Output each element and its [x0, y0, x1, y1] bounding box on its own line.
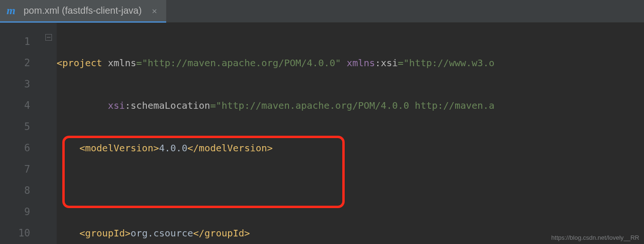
code-line[interactable]: <project xmlns="http://maven.apache.org/… — [57, 52, 644, 74]
line-number: 8 — [0, 180, 43, 201]
line-number: 2 — [0, 52, 43, 74]
line-number: 4 — [0, 95, 43, 116]
line-number: 1 — [0, 31, 43, 52]
active-tab[interactable]: m pom.xml (fastdfs-client-java) ✕ — [0, 0, 166, 23]
code-area[interactable]: <project xmlns="http://maven.apache.org/… — [57, 23, 644, 244]
line-number: 3 — [0, 74, 43, 95]
fold-gutter — [43, 23, 57, 244]
line-number: 5 — [0, 116, 43, 138]
code-line[interactable] — [57, 180, 644, 201]
maven-icon-letter: m — [7, 6, 16, 16]
code-line[interactable]: xsi:schemaLocation="http://maven.apache.… — [57, 95, 644, 116]
line-number: 6 — [0, 138, 43, 159]
editor[interactable]: 1 2 3 4 5 6 7 8 9 10 <project xmlns="htt… — [0, 23, 644, 244]
close-icon[interactable]: ✕ — [150, 6, 159, 16]
watermark: https://blog.csdn.net/lovely__RR — [551, 234, 639, 241]
line-number: 10 — [0, 223, 43, 244]
tab-title: pom.xml (fastdfs-client-java) — [24, 5, 142, 16]
fold-toggle-icon[interactable] — [43, 33, 54, 42]
line-number: 9 — [0, 201, 43, 223]
tab-bar: m pom.xml (fastdfs-client-java) ✕ — [0, 0, 644, 23]
code-line[interactable]: <modelVersion>4.0.0</modelVersion> — [57, 138, 644, 159]
maven-icon: m — [7, 6, 19, 16]
line-number-gutter: 1 2 3 4 5 6 7 8 9 10 — [0, 23, 43, 244]
line-number: 7 — [0, 159, 43, 180]
